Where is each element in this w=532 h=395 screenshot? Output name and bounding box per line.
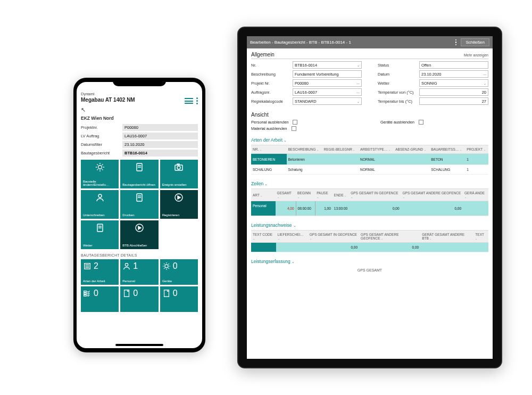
tablet-header: Bearbeiten - Bautagesbericht - BTB - BTB… [247, 36, 493, 48]
detail-tile[interactable]: 0 [81, 286, 119, 312]
tile-btb-abschlie-en[interactable]: BTB Abschließen [120, 220, 158, 249]
column-header[interactable]: GPS GESAMT IN GEOFENCE [308, 231, 359, 243]
nr-label: Nr. [251, 63, 293, 68]
page-icon [122, 289, 131, 298]
tile-count: 2 [94, 261, 98, 271]
projektnr-value[interactable]: P00080 [122, 124, 198, 131]
column-header[interactable]: PROJEKT [465, 145, 488, 154]
tile-drucken[interactable]: Drucken [120, 190, 158, 219]
phone-home-indicator [115, 344, 163, 346]
svg-point-0 [98, 166, 102, 169]
wetter-input[interactable]: SONNIG⌄ [419, 79, 488, 87]
detail-tile[interactable]: 0Geräte [160, 259, 198, 285]
nr-input[interactable]: BTB16-0014⌄ [293, 61, 362, 69]
column-header[interactable]: TEXT [473, 231, 488, 243]
section-zeilen[interactable]: Zeilen [251, 181, 488, 186]
column-header[interactable]: NR. [251, 145, 287, 154]
tile-label: Baustelle ändern/Einstellu… [83, 180, 117, 186]
svg-rect-23 [84, 293, 86, 294]
column-header[interactable]: ART [251, 189, 276, 201]
column-header[interactable]: GPS GESAMT ANDERE GEOFENCE [359, 231, 420, 243]
tile-bautagesbericht-ffne[interactable]: Bautagesbericht öffnen [120, 160, 158, 188]
tile-count: 1 [133, 261, 138, 271]
hamburger-icon[interactable] [185, 98, 193, 104]
table-row[interactable]: BETONIEREN ⋮BetonierenNORMALBETON1 [251, 154, 488, 165]
ln-table: TEXT CODELIEFERSCHEI…GPS GESAMT IN GEOFE… [251, 230, 488, 252]
column-header[interactable]: GPS GESAMT IN GEOFENCE [349, 189, 401, 201]
regiekatalog-input[interactable]: STANDARD⌄ [293, 97, 362, 105]
column-header[interactable]: PAUSE [315, 189, 332, 201]
section-leistungsnachweise[interactable]: Leistungsnachweise [251, 223, 488, 228]
tile-ereignis-erstellen[interactable]: Ereignis erstellen [160, 160, 198, 188]
column-header[interactable]: ARBEITSTYPE… [359, 145, 394, 154]
btb-value[interactable]: BTB16-0014 [122, 150, 198, 157]
svg-rect-24 [84, 294, 86, 296]
wetter-label: Wetter [378, 81, 419, 86]
table-row[interactable]: SCHALUNGSchalungNORMALSCHALUNG1 [251, 165, 488, 175]
svg-rect-26 [164, 290, 169, 296]
detail-tile[interactable]: 0 [120, 286, 158, 312]
column-header[interactable]: BAUARBEITSS… [429, 145, 465, 154]
svg-point-20 [126, 263, 128, 266]
tile-wetter[interactable]: Wetter [81, 220, 119, 249]
details-header: BAUTAGESBERICHT DETAILS [81, 253, 198, 257]
column-header[interactable]: GERÄT GESAMT ANDERE BTB [420, 231, 473, 243]
datumsfilter-label: Datumsfilter [81, 142, 122, 147]
gps-gesamt-label: GPS GESAMT [251, 268, 488, 272]
tempvon-input[interactable]: 20 [419, 88, 488, 96]
more-icon[interactable] [196, 97, 198, 104]
tile-label: Registrieren [162, 213, 196, 217]
gear-icon [83, 162, 117, 172]
detail-tile[interactable]: 1Personal [120, 259, 158, 285]
section-arten[interactable]: Arten der Arbeit [251, 137, 488, 143]
table-row[interactable]: Personal ⋮ 4,00 08:00:00 1,00 13:00:00 0… [251, 201, 488, 216]
row-menu-icon[interactable]: ⋮ [253, 208, 260, 213]
svg-point-7 [98, 194, 102, 198]
column-header[interactable]: TEXT CODE [251, 231, 276, 243]
auftragsnr-input[interactable]: LAU16-0007⋯ [293, 88, 362, 96]
detail-tile[interactable]: 2Arten der Arbeit [81, 259, 119, 285]
lvauftrag-value[interactable]: LAU16-0007 [122, 133, 198, 139]
personal-checkbox[interactable] [293, 120, 297, 125]
detail-tile[interactable]: 0 [160, 286, 198, 312]
column-header[interactable]: GPS GESAMT ANDERE GEOFENCE [401, 189, 463, 201]
row-menu-icon[interactable]: ⋮ [276, 157, 283, 162]
column-header[interactable]: GESAMT [276, 189, 296, 201]
tile-label: BTB Abschließen [122, 244, 156, 247]
section-leistungserfassung[interactable]: Leistungserfassung [251, 259, 488, 264]
tile-registrieren[interactable]: Registrieren [160, 190, 198, 219]
column-header[interactable]: ENDE [332, 189, 349, 201]
tablet-more-icon[interactable] [455, 39, 457, 46]
datumsfilter-value[interactable]: 23.10.2020 [122, 141, 198, 148]
tile-label: Ereignis erstellen [162, 183, 196, 186]
person-icon [83, 192, 117, 203]
column-header[interactable]: GERÄ ANDE [463, 189, 488, 201]
page-icon [162, 289, 171, 298]
tile-count: 0 [173, 261, 178, 271]
svg-rect-6 [177, 164, 179, 165]
tile-label: Drucken [122, 213, 156, 217]
table-row[interactable]: 0,00 0,00 [251, 243, 488, 252]
projektnr-input[interactable]: P00080⋯ [293, 79, 362, 87]
tempvon-label: Temperatur von (°C) [378, 90, 419, 95]
column-header[interactable]: LIEFERSCHEI… [276, 231, 308, 243]
beschreibung-input[interactable]: Fundament Vorbereitung [293, 70, 362, 78]
column-header[interactable]: ABSENZ-GRUND [394, 145, 429, 154]
svg-rect-22 [84, 291, 86, 292]
column-header[interactable]: BESCHREIBUNG [287, 145, 322, 154]
datum-input[interactable]: 23.10.2020⋯ [419, 70, 488, 78]
tile-label: Unterschreiben [83, 213, 117, 217]
btb-label: Bautagesbericht [81, 151, 122, 155]
column-header[interactable]: REGIE-BELEGNR [322, 145, 359, 154]
geraete-checkbox[interactable] [419, 120, 423, 125]
column-header[interactable]: BEGINN [296, 189, 315, 201]
show-more-link[interactable]: Mehr anzeigen [464, 53, 488, 57]
play-icon [122, 223, 156, 233]
tempbis-input[interactable]: 27 [419, 97, 488, 105]
tile-label: Bautagesbericht öffnen [122, 183, 156, 186]
material-checkbox[interactable] [292, 126, 296, 131]
tile-unterschreiben[interactable]: Unterschreiben [81, 190, 119, 219]
status-input[interactable]: Offen [419, 61, 488, 69]
tile-baustelle-ndern-eins[interactable]: Baustelle ändern/Einstellu… [81, 160, 119, 188]
close-button[interactable]: Schließen [461, 38, 489, 46]
